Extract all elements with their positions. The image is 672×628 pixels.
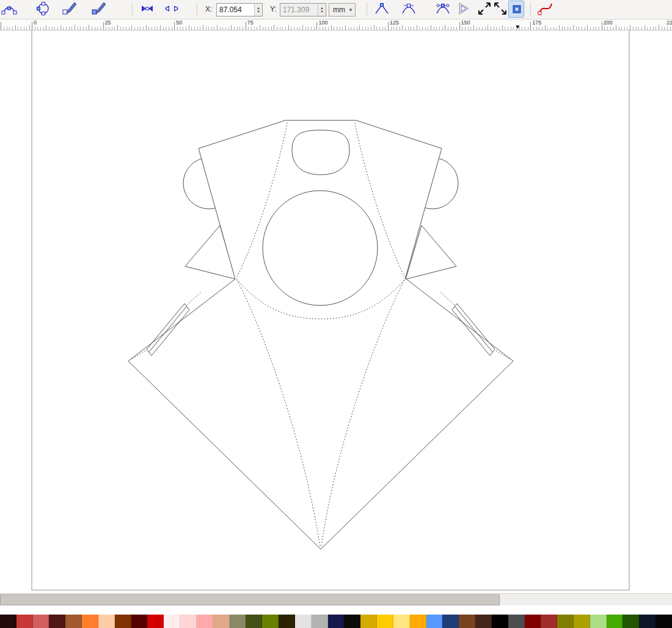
palette-swatch[interactable]: [147, 615, 164, 628]
palette-swatch[interactable]: [426, 615, 443, 628]
color-palette: [0, 615, 672, 628]
palette-swatch[interactable]: [607, 615, 623, 628]
delete-segment-icon[interactable]: [164, 1, 180, 18]
palette-swatch[interactable]: [164, 615, 180, 628]
palette-swatch[interactable]: [213, 615, 230, 628]
show-outline-icon[interactable]: [538, 1, 553, 18]
palette-swatch[interactable]: [131, 615, 148, 628]
join-nodes-icon[interactable]: [61, 1, 77, 18]
ruler-label: 175: [532, 20, 541, 26]
palette-swatch[interactable]: [312, 615, 328, 628]
ruler-label: 25: [105, 20, 111, 26]
y-coordinate-field[interactable]: 171.309 ▲▼: [280, 3, 326, 16]
palette-swatch[interactable]: [623, 615, 639, 628]
ruler-label: 75: [247, 20, 254, 26]
palette-swatch[interactable]: [295, 615, 312, 628]
inkscape-window: X: 87.054 ▲▼ Y: 171.309 ▲▼ mm ▼: [0, 0, 672, 628]
palette-swatch[interactable]: [262, 615, 279, 628]
palette-swatch[interactable]: [377, 615, 393, 628]
palette-swatch[interactable]: [590, 615, 607, 628]
palette-swatch[interactable]: [180, 615, 197, 628]
object-to-path-icon[interactable]: [477, 1, 492, 18]
palette-swatch[interactable]: [557, 615, 574, 628]
ruler-label: 0: [34, 20, 37, 26]
y-coordinate-value[interactable]: 171.309: [280, 5, 318, 14]
y-coordinate-label: Y:: [270, 5, 277, 13]
small-face-hole[interactable]: [292, 130, 349, 175]
ruler-label: 125: [390, 20, 399, 26]
stroke-to-path-icon[interactable]: [492, 1, 508, 18]
palette-swatch[interactable]: [656, 615, 672, 628]
palette-swatch[interactable]: [65, 615, 82, 628]
palette-swatch[interactable]: [16, 615, 33, 628]
insert-node-icon[interactable]: [1, 1, 17, 18]
palette-swatch[interactable]: [230, 615, 246, 628]
palette-swatch[interactable]: [492, 615, 508, 628]
join-segment-icon[interactable]: [139, 1, 155, 18]
delete-node-icon[interactable]: [35, 1, 51, 18]
symmetric-node-icon[interactable]: [435, 1, 451, 18]
unit-select[interactable]: mm ▼: [329, 3, 356, 16]
palette-swatch[interactable]: [393, 615, 410, 628]
palette-swatch[interactable]: [0, 615, 16, 628]
palette-swatch[interactable]: [344, 615, 360, 628]
ruler-label: 100: [318, 20, 327, 26]
palette-swatch[interactable]: [541, 615, 557, 628]
palette-swatch[interactable]: [574, 615, 590, 628]
ruler-label: 50: [176, 20, 182, 26]
x-coordinate-value[interactable]: 87.054: [217, 5, 254, 14]
palette-swatch[interactable]: [442, 615, 459, 628]
palette-swatch[interactable]: [98, 615, 115, 628]
corner-node-icon[interactable]: [374, 1, 390, 18]
palette-swatch[interactable]: [246, 615, 262, 628]
palette-swatch[interactable]: [197, 615, 213, 628]
palette-swatch[interactable]: [328, 615, 345, 628]
y-spinner-arrows[interactable]: ▲▼: [318, 4, 326, 16]
x-spinner-arrows[interactable]: ▲▼: [254, 4, 262, 16]
scrollbar-thumb[interactable]: [0, 594, 500, 605]
smooth-node-icon[interactable]: [401, 1, 417, 18]
unit-value: mm: [333, 5, 345, 14]
palette-swatch[interactable]: [33, 615, 49, 628]
chevron-down-icon: ▼: [348, 7, 353, 13]
horizontal-scrollbar[interactable]: [0, 593, 672, 605]
x-coordinate-label: X:: [205, 5, 212, 13]
horizontal-ruler[interactable]: 0255075100125150175200225 ▼: [0, 20, 672, 31]
palette-swatch[interactable]: [360, 615, 377, 628]
ruler-position-marker: ▼: [515, 24, 520, 30]
palette-swatch[interactable]: [410, 615, 426, 628]
palette-swatch[interactable]: [508, 615, 525, 628]
x-coordinate-field[interactable]: 87.054 ▲▼: [216, 3, 263, 16]
auto-node-icon[interactable]: [456, 1, 472, 18]
palette-swatch[interactable]: [115, 615, 131, 628]
ruler-label: 200: [604, 20, 613, 26]
node-toolbar: X: 87.054 ▲▼ Y: 171.309 ▲▼ mm ▼: [0, 0, 672, 20]
palette-swatch[interactable]: [639, 615, 656, 628]
palette-swatch[interactable]: [49, 615, 65, 628]
palette-swatch[interactable]: [82, 615, 98, 628]
transform-handles-toggle[interactable]: [508, 1, 524, 18]
large-face-hole[interactable]: [263, 191, 378, 305]
palette-swatch[interactable]: [475, 615, 492, 628]
canvas[interactable]: [0, 31, 672, 593]
palette-swatch[interactable]: [279, 615, 295, 628]
palette-swatch[interactable]: [525, 615, 541, 628]
ruler-label: 150: [461, 20, 470, 26]
palette-swatch[interactable]: [459, 615, 475, 628]
ruler-label: 225: [667, 20, 672, 26]
papercraft-template-drawing[interactable]: [0, 31, 672, 593]
break-nodes-icon[interactable]: [90, 1, 106, 18]
